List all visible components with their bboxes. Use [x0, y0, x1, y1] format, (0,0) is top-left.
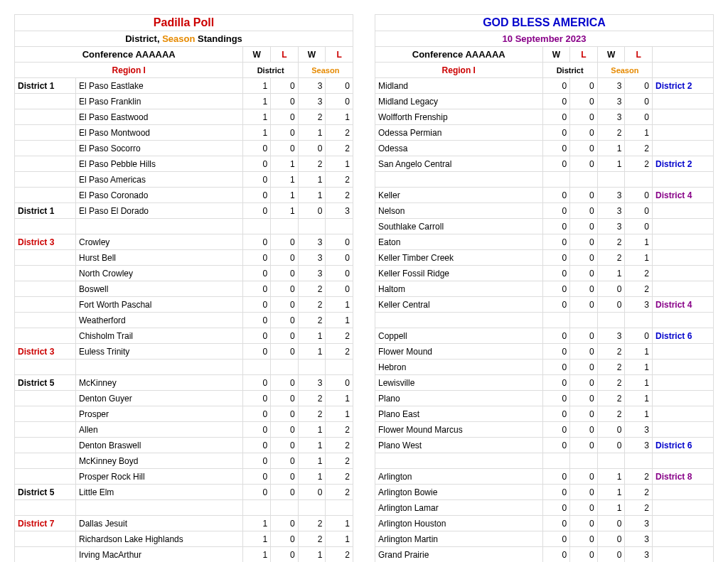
season-l [326, 500, 353, 516]
district-w: 1 [243, 516, 271, 531]
table-row: Midland0030District 2 [375, 78, 714, 94]
district-l: 0 [271, 453, 299, 469]
title-left: Padilla Poll [15, 15, 353, 31]
district-w [542, 172, 570, 188]
hdr-dw-r: W [542, 47, 570, 63]
table-row: El Paso Socorro0002 [15, 141, 353, 156]
season-w: 2 [597, 360, 625, 375]
season-w: 0 [298, 141, 326, 156]
district-l: 0 [570, 281, 598, 297]
team-name: Prosper Rock Hill [75, 469, 243, 485]
season-w: 3 [298, 234, 326, 250]
district-w: 0 [243, 250, 271, 266]
district-l: 0 [271, 406, 299, 422]
team-name: Grand Prairie [375, 547, 543, 563]
district-w: 0 [542, 516, 570, 531]
team-name: El Paso Socorro [75, 141, 243, 156]
table-row: Boswell0020 [15, 281, 353, 297]
district-w: 0 [542, 281, 570, 297]
season-w: 0 [597, 422, 625, 438]
district-label [653, 250, 714, 266]
district-label: District 4 [653, 297, 714, 313]
district-label: District 3 [15, 344, 76, 360]
subtitle-season: Season [162, 33, 195, 44]
district-label [15, 297, 76, 313]
team-name: Coppell [375, 328, 543, 344]
season-w: 3 [597, 328, 625, 344]
team-name: Arlington Houston [375, 516, 543, 531]
district-l: 0 [570, 547, 598, 563]
team-name: Plano East [375, 406, 543, 422]
table-row: Flower Mound0021 [375, 344, 714, 360]
team-name: Southlake Carroll [375, 219, 543, 234]
district-label [15, 109, 76, 125]
season-l: 2 [326, 547, 353, 563]
team-name: Nelson [375, 203, 543, 219]
district-w: 1 [243, 78, 271, 94]
season-w: 1 [597, 156, 625, 172]
season-l: 3 [625, 531, 653, 547]
season-w: 2 [597, 234, 625, 250]
district-l: 0 [271, 234, 299, 250]
district-w [243, 500, 271, 516]
season-w: 3 [298, 78, 326, 94]
district-l: 0 [570, 266, 598, 281]
district-label [15, 219, 76, 234]
season-w: 3 [597, 109, 625, 125]
district-w: 0 [542, 78, 570, 94]
district-label [15, 438, 76, 453]
conference-right: Conference AAAAAA [375, 47, 543, 63]
district-l: 0 [570, 188, 598, 203]
season-w [597, 313, 625, 328]
team-name: Crowley [75, 234, 243, 250]
season-w: 3 [298, 94, 326, 109]
district-label [15, 281, 76, 297]
team-name: Lewisville [375, 375, 543, 391]
season-w: 2 [298, 281, 326, 297]
table-row: Wolfforth Frenship0030 [375, 109, 714, 125]
team-name: El Paso Americas [75, 172, 243, 188]
district-label [653, 531, 714, 547]
district-l [271, 500, 299, 516]
team-name: Prosper [75, 406, 243, 422]
season-l [326, 360, 353, 375]
district-label: District 8 [653, 469, 714, 485]
team-name: Arlington [375, 469, 543, 485]
district-label [653, 422, 714, 438]
district-w: 0 [243, 406, 271, 422]
district-label: District 4 [653, 188, 714, 203]
season-w [298, 219, 326, 234]
team-name: Midland Legacy [375, 94, 543, 109]
team-name: Keller Timber Creek [375, 250, 543, 266]
district-w: 0 [542, 234, 570, 250]
team-name: Dallas Jesuit [75, 516, 243, 531]
table-row: San Angelo Central0012District 2 [375, 156, 714, 172]
team-name: Eaton [375, 234, 543, 250]
district-l: 0 [570, 391, 598, 406]
table-row: Keller Timber Creek0021 [375, 250, 714, 266]
district-w [243, 219, 271, 234]
team-name: Allen [75, 422, 243, 438]
region-left: Region I [15, 63, 243, 78]
season-w: 2 [597, 344, 625, 360]
table-row [15, 360, 353, 375]
season-l: 1 [326, 516, 353, 531]
team-name: Keller Central [375, 297, 543, 313]
district-w: 0 [243, 469, 271, 485]
left-table: Padilla Poll District, Season Standings … [14, 14, 353, 562]
table-row: Weatherford0021 [15, 313, 353, 328]
team-name: Odessa [375, 141, 543, 156]
district-label [653, 500, 714, 516]
season-w [597, 453, 625, 469]
team-name: Euless Trinity [75, 344, 243, 360]
season-w: 1 [298, 422, 326, 438]
season-l: 1 [326, 109, 353, 125]
team-name: El Paso Coronado [75, 188, 243, 203]
table-row: El Paso Montwood1012 [15, 125, 353, 141]
season-l: 2 [326, 485, 353, 500]
season-w: 0 [597, 281, 625, 297]
district-w: 0 [243, 375, 271, 391]
district-label: District 7 [15, 516, 76, 531]
district-l: 0 [570, 344, 598, 360]
table-row: Denton Guyer0021 [15, 391, 353, 406]
